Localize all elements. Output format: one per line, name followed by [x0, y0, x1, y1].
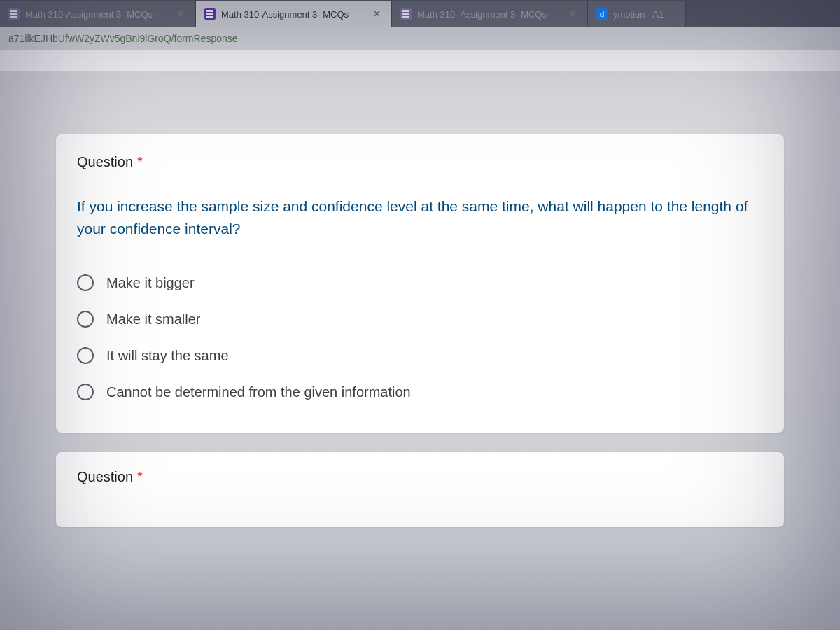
svg-rect-7 [402, 13, 410, 15]
svg-rect-6 [402, 10, 410, 12]
required-asterisk: * [137, 469, 143, 485]
question-heading: Question * [77, 469, 763, 485]
svg-rect-5 [206, 16, 214, 18]
option-label: Cannot be determined from the given info… [106, 384, 411, 400]
option-label: Make it smaller [106, 312, 200, 328]
svg-rect-8 [402, 16, 410, 18]
svg-rect-1 [10, 13, 18, 15]
tab-bar: Math 310-Assignment 3- MCQs × Math 310-A… [0, 0, 840, 27]
form-content-area: Question * If you increase the sample si… [0, 71, 840, 630]
google-forms-icon [204, 8, 216, 20]
tab-2-active[interactable]: Math 310-Assignment 3- MCQs × [196, 1, 392, 27]
tab-title: Math 310-Assignment 3- MCQs [221, 9, 365, 20]
site-d-icon: d [596, 8, 608, 20]
svg-rect-4 [206, 13, 214, 15]
toolbar-separator [0, 50, 840, 71]
option-1[interactable]: Make it bigger [77, 265, 763, 301]
option-4[interactable]: Cannot be determined from the given info… [77, 374, 763, 410]
option-label: Make it bigger [106, 275, 195, 291]
question-card: Question * If you increase the sample si… [56, 134, 784, 433]
radio-icon[interactable] [77, 384, 94, 400]
svg-rect-2 [10, 16, 18, 18]
required-asterisk: * [137, 154, 143, 170]
tab-4[interactable]: d ymotion - A1 [588, 1, 686, 27]
url-bar[interactable]: a71ilkEJHbUfwW2yZWv5gBni9lGroQ/formRespo… [0, 27, 840, 50]
svg-rect-0 [10, 10, 18, 12]
question-label-text: Question [77, 469, 133, 485]
close-icon[interactable]: × [175, 8, 187, 20]
question-text: If you increase the sample size and conf… [77, 195, 763, 239]
radio-icon[interactable] [77, 311, 94, 328]
radio-icon[interactable] [77, 274, 94, 291]
tab-title: Math 310- Assignment 3- MCQs [417, 9, 561, 20]
option-label: It will stay the same [106, 348, 229, 364]
question-heading: Question * [77, 154, 763, 170]
tab-1[interactable]: Math 310-Assignment 3- MCQs × [0, 1, 196, 27]
google-forms-icon [400, 8, 412, 20]
question-label-text: Question [77, 154, 133, 170]
google-forms-icon [8, 8, 20, 20]
option-2[interactable]: Make it smaller [77, 301, 763, 337]
svg-rect-3 [206, 10, 214, 12]
tab-title: ymotion - A1 [613, 9, 677, 20]
option-3[interactable]: It will stay the same [77, 337, 763, 374]
close-icon[interactable]: × [567, 8, 579, 20]
next-question-card: Question * [56, 452, 784, 527]
tab-title: Math 310-Assignment 3- MCQs [25, 9, 169, 20]
close-icon[interactable]: × [371, 8, 383, 20]
url-fragment: a71ilkEJHbUfwW2yZWv5gBni9lGroQ/formRespo… [8, 33, 238, 44]
tab-3[interactable]: Math 310- Assignment 3- MCQs × [392, 1, 588, 27]
radio-icon[interactable] [77, 347, 94, 364]
